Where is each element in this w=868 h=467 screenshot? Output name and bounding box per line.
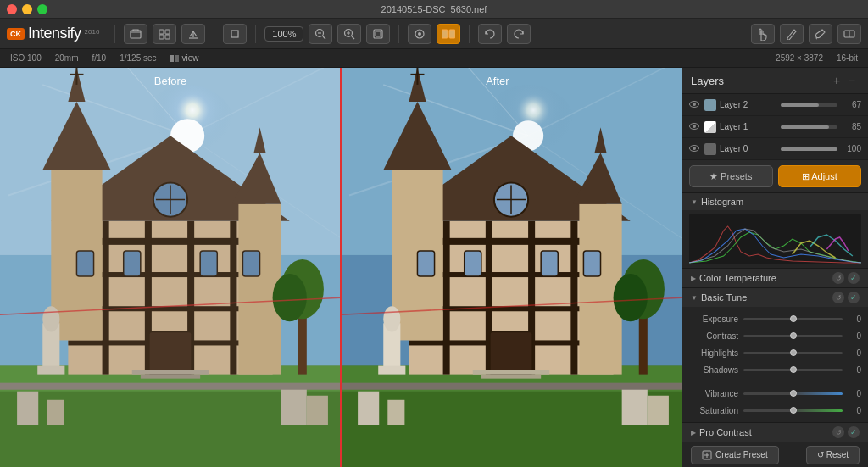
svg-rect-112: [358, 392, 379, 425]
fit-button[interactable]: [366, 24, 390, 44]
basic-tune-check[interactable]: ✓: [848, 292, 860, 303]
hand-tool-button[interactable]: [751, 24, 775, 44]
zoom-level: 100%: [264, 26, 303, 42]
undo-button[interactable]: [478, 24, 502, 44]
highlights-slider[interactable]: [743, 352, 843, 354]
saturation-row: Saturation 0: [689, 402, 861, 419]
reset-button[interactable]: ↺ Reset: [806, 446, 860, 464]
minimize-button[interactable]: [22, 4, 32, 14]
svg-rect-51: [124, 251, 141, 276]
svg-rect-1: [159, 30, 164, 34]
svg-rect-113: [387, 400, 404, 425]
basic-tune-section-header[interactable]: ▼ Basic Tune ↺ ✓: [682, 287, 868, 307]
histogram-display: [689, 214, 861, 264]
svg-point-122: [693, 103, 696, 106]
shadows-label: Shadows: [689, 365, 738, 375]
layer-visibility-toggle[interactable]: [689, 100, 701, 109]
svg-point-59: [42, 306, 59, 331]
exposure-slider[interactable]: [743, 318, 843, 320]
before-panel: [0, 68, 341, 467]
toolbar-separator-4: [398, 25, 399, 43]
shadows-slider[interactable]: [743, 369, 843, 371]
svg-rect-52: [200, 251, 217, 276]
color-temp-icons: ↺ ✓: [832, 272, 860, 284]
contrast-label: Contrast: [689, 331, 738, 341]
svg-rect-105: [583, 251, 600, 276]
color-temp-check[interactable]: ✓: [848, 272, 860, 284]
pen-tool-button[interactable]: [780, 24, 804, 44]
layer-thumbnail: [704, 121, 716, 133]
pro-contrast-section-header[interactable]: ▶ Pro Contrast ↺ ✓: [682, 422, 868, 442]
export-button[interactable]: [181, 24, 205, 44]
pro-contrast-arrow: ▶: [691, 429, 696, 436]
layer-thumbnail: [704, 99, 716, 111]
aperture-value: f/10: [92, 53, 107, 63]
layers-title: Layers: [691, 75, 829, 87]
iso-value: ISO 100: [10, 53, 42, 63]
titlebar: 20140515-DSC_5630.nef: [0, 0, 868, 19]
svg-rect-88: [570, 221, 577, 375]
basic-tune-sliders: Exposure 0 Contrast 0 Highlights: [682, 307, 868, 422]
maximize-button[interactable]: [37, 4, 47, 14]
saturation-slider[interactable]: [743, 409, 843, 412]
add-layer-button[interactable]: +: [829, 73, 844, 88]
color-temperature-section-header[interactable]: ▶ Color Temperature ↺ ✓: [682, 268, 868, 287]
close-button[interactable]: [7, 4, 17, 14]
layer-row: Layer 2 67: [682, 94, 868, 116]
vibrance-slider[interactable]: [743, 392, 843, 395]
brush-tool-button[interactable]: [809, 24, 832, 44]
toolbar-separator-1: [114, 25, 115, 43]
svg-point-111: [383, 306, 400, 331]
split-view-button[interactable]: [437, 24, 460, 44]
pro-contrast-refresh[interactable]: ↺: [832, 426, 844, 438]
histogram-title: Histogram: [701, 197, 860, 207]
svg-rect-108: [481, 375, 541, 379]
layer-opacity-value: 100: [841, 144, 861, 153]
highlights-label: Highlights: [689, 348, 738, 358]
zoom-out-button[interactable]: [309, 24, 332, 44]
svg-rect-60: [17, 392, 38, 425]
open-button[interactable]: [124, 24, 147, 44]
zoom-in-button[interactable]: [337, 24, 361, 44]
pro-contrast-check[interactable]: ✓: [848, 426, 860, 438]
svg-point-124: [693, 125, 696, 128]
crop-button[interactable]: [223, 24, 247, 44]
window-controls[interactable]: [7, 4, 47, 14]
basic-tune-arrow: ▼: [691, 294, 698, 302]
color-temp-arrow: ▶: [691, 275, 696, 282]
tab-presets[interactable]: ★ Presets: [689, 165, 773, 187]
histogram-section-header[interactable]: ▼ Histogram: [682, 192, 868, 210]
svg-rect-102: [417, 251, 434, 276]
contrast-slider[interactable]: [743, 335, 843, 337]
saturation-label: Saturation: [689, 406, 738, 415]
view-toggle-button[interactable]: [408, 24, 431, 44]
layer-visibility-toggle[interactable]: [689, 144, 701, 153]
svg-rect-36: [230, 221, 236, 375]
basic-tune-refresh[interactable]: ↺: [832, 292, 844, 303]
svg-rect-12: [442, 30, 448, 38]
browse-button[interactable]: [153, 24, 176, 44]
image-info-right: 2592 × 3872 16-bit: [776, 53, 858, 63]
svg-rect-9: [376, 31, 381, 36]
view-toggle[interactable]: view: [170, 53, 199, 63]
tab-adjust[interactable]: ⊞ Adjust: [778, 165, 862, 187]
canvas-area[interactable]: Before After: [0, 68, 682, 467]
layer-opacity-slider[interactable]: [781, 147, 838, 151]
layer-visibility-toggle[interactable]: [689, 122, 701, 131]
vibrance-row: Vibrance 0: [689, 385, 861, 402]
toolbar-separator-2: [214, 25, 214, 43]
layer-opacity-slider[interactable]: [781, 103, 838, 107]
app-name: Intensify: [28, 25, 81, 42]
eraser-tool-button[interactable]: [837, 24, 861, 44]
create-preset-button[interactable]: Create Preset: [691, 446, 779, 464]
vibrance-label: Vibrance: [689, 389, 738, 398]
svg-rect-13: [449, 30, 455, 38]
layer-opacity-slider[interactable]: [781, 125, 838, 129]
toolbar-right: [751, 24, 861, 44]
color-temp-refresh[interactable]: ↺: [832, 272, 844, 284]
toolbar-separator-3: [255, 25, 256, 43]
remove-layer-button[interactable]: −: [844, 73, 860, 88]
redo-button[interactable]: [507, 24, 531, 44]
exposure-label: Exposure: [689, 314, 738, 324]
svg-rect-106: [490, 331, 532, 374]
